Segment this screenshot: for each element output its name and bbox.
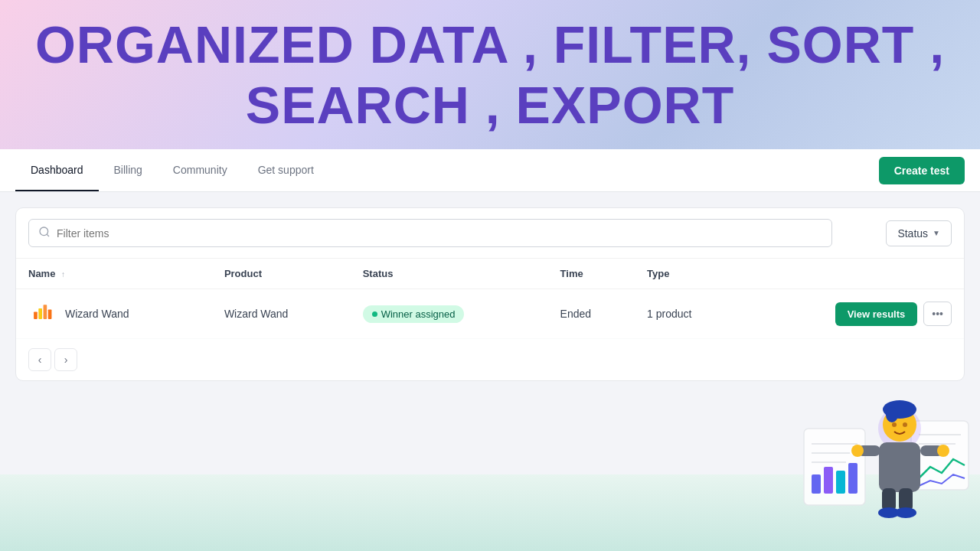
svg-rect-5 [48,309,52,318]
action-cell: View results ••• [755,302,952,326]
table-header-row: Name ↑ Product Status Time Type [16,259,964,289]
status-dropdown[interactable]: Status ▼ [886,220,952,246]
search-input-wrapper[interactable] [28,219,832,247]
column-product: Product [212,259,351,289]
cell-time: Ended [548,289,635,339]
table-container: Status ▼ Name ↑ Product Status [15,207,965,381]
row-name-text: Wizard Wand [65,308,129,320]
svg-point-17 [878,407,921,450]
search-input[interactable] [57,227,822,240]
chevron-left-icon: ‹ [38,354,42,366]
column-type: Type [635,259,743,289]
cell-actions: View results ••• [743,289,964,339]
svg-point-27 [937,445,949,457]
svg-point-19 [883,400,916,419]
svg-rect-2 [34,312,38,319]
search-icon [38,226,51,240]
cell-product: Wizard Wand [212,289,351,339]
svg-rect-4 [44,305,47,319]
search-bar: Status ▼ [16,208,964,259]
column-actions [743,259,964,289]
svg-point-20 [886,407,898,422]
tab-billing[interactable]: Billing [99,150,158,191]
bottom-decoration [0,474,980,551]
row-time-text: Ended [560,308,591,320]
tab-community[interactable]: Community [158,150,243,191]
status-dot-icon [372,311,377,317]
svg-rect-3 [38,308,42,319]
navbar: Dashboard Billing Community Get support … [0,149,980,192]
create-test-button[interactable]: Create test [879,157,965,184]
sort-icon: ↑ [61,270,65,279]
chevron-down-icon: ▼ [933,229,940,237]
cell-status: Winner assigned [351,289,548,339]
row-type-text: 1 product [647,308,691,320]
more-options-button[interactable]: ••• [923,302,952,326]
svg-line-1 [47,234,49,236]
ellipsis-icon: ••• [932,308,943,320]
pagination-prev-button[interactable]: ‹ [28,348,51,371]
pagination-next-button[interactable]: › [54,348,77,371]
hero-title-line2: SEARCH , EXPORT [35,75,945,135]
svg-point-0 [40,227,48,236]
tab-get-support[interactable]: Get support [243,150,329,191]
data-table: Name ↑ Product Status Time Type [16,259,964,339]
svg-point-18 [883,408,916,442]
cell-name: Wizard Wand [16,289,212,339]
status-badge: Winner assigned [363,305,465,323]
row-product-text: Wizard Wand [224,308,289,320]
pagination: ‹ › [16,339,964,380]
column-time: Time [548,259,635,289]
chevron-right-icon: › [64,354,68,366]
view-results-button[interactable]: View results [835,302,918,326]
status-filter-label: Status [897,227,928,240]
svg-point-22 [903,422,907,427]
hero-title: ORGANIZED DATA , FILTER, SORT , SEARCH ,… [35,15,945,134]
svg-point-26 [851,445,864,457]
svg-rect-25 [920,445,943,456]
hero-section: ORGANIZED DATA , FILTER, SORT , SEARCH ,… [0,0,980,149]
svg-rect-24 [858,445,880,456]
row-chart-icon [28,300,56,328]
column-name[interactable]: Name ↑ [16,259,212,289]
tab-dashboard[interactable]: Dashboard [15,150,99,191]
hero-title-line1: ORGANIZED DATA , FILTER, SORT , [35,15,945,74]
table-row: Wizard Wand Wizard Wand Winner assigned … [16,289,964,339]
svg-point-21 [892,422,897,427]
column-status: Status [351,259,548,289]
main-content: Dashboard Billing Community Get support … [0,149,980,551]
nav-tabs: Dashboard Billing Community Get support [15,150,879,191]
status-text: Winner assigned [381,308,456,320]
cell-type: 1 product [635,289,743,339]
